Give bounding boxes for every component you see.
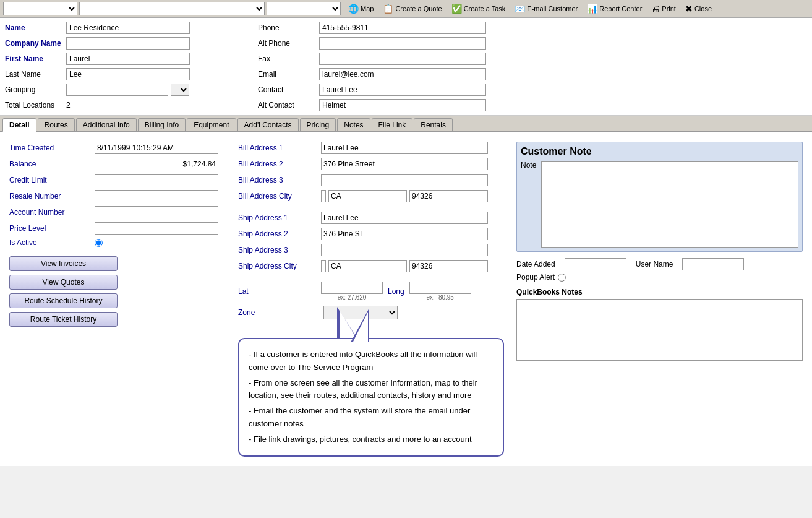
ship-city-label: Ship Address City: [238, 262, 318, 270]
phone-row: Phone: [258, 21, 486, 35]
tab-addl-contacts[interactable]: Add'l Contacts: [237, 118, 299, 131]
email-row: Email: [258, 67, 486, 81]
right-panel: Customer Note Note Date Added User Name …: [516, 142, 803, 457]
bill-address3-input[interactable]: [321, 174, 488, 186]
view-quotes-button[interactable]: View Quotes: [9, 275, 118, 290]
altphone-label: Alt Phone: [258, 39, 317, 48]
ship-address2-input[interactable]: [321, 228, 488, 240]
grouping-dropdown[interactable]: [171, 84, 189, 96]
ship-address1-input[interactable]: [321, 212, 488, 224]
time-created-label: Time Created: [9, 144, 90, 152]
date-added-input[interactable]: [565, 258, 626, 270]
map-icon: 🌐: [348, 4, 359, 14]
popup-alert-row: Popup Alert: [516, 273, 803, 282]
company-input[interactable]: [66, 37, 190, 50]
popup-alert-radio[interactable]: [558, 274, 566, 282]
callout-box: - If a customer is entered into QuickBoo…: [238, 338, 504, 457]
lat-input[interactable]: [321, 282, 383, 294]
create-task-button[interactable]: ✅ Create a Task: [448, 2, 510, 15]
qb-notes-textarea[interactable]: [516, 299, 803, 361]
credit-limit-input[interactable]: [95, 174, 218, 186]
bill-zip-input[interactable]: [409, 190, 488, 202]
tab-notes[interactable]: Notes: [337, 118, 370, 131]
tab-rentals[interactable]: Rentals: [414, 118, 453, 131]
note-meta: Date Added User Name: [516, 258, 803, 270]
callout-line-3: - Email the customer and the system will…: [249, 405, 494, 431]
lastname-row: Last Name: [5, 67, 190, 81]
is-active-label: Is Active: [9, 238, 90, 247]
dropdown-3[interactable]: [267, 2, 341, 15]
email-icon: 📧: [515, 4, 525, 14]
bill-state-input[interactable]: [328, 190, 407, 202]
altphone-input[interactable]: [319, 37, 486, 50]
email-customer-button[interactable]: 📧 E-mail Customer: [511, 2, 581, 15]
callout-line-1: - If a customer is entered into QuickBoo…: [249, 348, 494, 374]
note-area: Note: [521, 161, 798, 248]
phone-input[interactable]: [319, 22, 486, 34]
tab-equipment[interactable]: Equipment: [187, 118, 236, 131]
middle-panel: Bill Address 1 Bill Address 2 Bill Addre…: [238, 142, 504, 457]
lastname-input[interactable]: [66, 68, 190, 80]
resale-number-input[interactable]: [95, 190, 218, 202]
grouping-input[interactable]: [66, 84, 168, 96]
customer-note-title: Customer Note: [521, 146, 798, 157]
bill-city-input[interactable]: [321, 190, 326, 202]
latlong-row: ex: 27.620 Long ex: -80.95: [321, 282, 488, 301]
tab-file-link[interactable]: File Link: [372, 118, 413, 131]
tab-billing-info[interactable]: Billing Info: [138, 118, 186, 131]
ship-zip-input[interactable]: [409, 260, 488, 272]
bill-address3-label: Bill Address 3: [238, 176, 318, 184]
report-center-button[interactable]: 📊 Report Center: [583, 2, 646, 15]
ship-city-input[interactable]: [321, 260, 326, 272]
task-icon: ✅: [451, 4, 462, 14]
ship-state-input[interactable]: [328, 260, 407, 272]
bill-address1-input[interactable]: [321, 142, 488, 154]
tab-routes[interactable]: Routes: [38, 118, 75, 131]
bill-address-form: Bill Address 1 Bill Address 2 Bill Addre…: [238, 142, 504, 202]
balance-label: Balance: [9, 160, 90, 168]
altcontact-input[interactable]: [319, 99, 486, 111]
long-label: Long: [388, 287, 404, 296]
bill-address2-label: Bill Address 2: [238, 160, 318, 168]
name-row: Name: [5, 21, 190, 35]
account-number-input[interactable]: [95, 206, 218, 218]
time-created-input[interactable]: [95, 142, 218, 154]
credit-limit-label: Credit Limit: [9, 176, 90, 184]
header-form: Name Company Name First Name Last Name G…: [0, 18, 812, 116]
close-button[interactable]: ✖ Close: [682, 2, 716, 15]
name-input[interactable]: [66, 22, 190, 34]
firstname-input[interactable]: [66, 53, 190, 65]
create-quote-button[interactable]: 📋 Create a Quote: [379, 2, 445, 15]
lastname-label: Last Name: [5, 70, 64, 79]
zone-row: Zone: [238, 306, 504, 319]
tab-additional-info[interactable]: Additional Info: [76, 118, 137, 131]
bill-address2-input[interactable]: [321, 158, 488, 170]
user-name-input[interactable]: [682, 258, 744, 270]
email-input[interactable]: [319, 68, 486, 80]
contact-input[interactable]: [319, 84, 486, 96]
latlong-form: Lat ex: 27.620 Long ex: -80.95: [238, 282, 504, 301]
ship-address-form: Ship Address 1 Ship Address 2 Ship Addre…: [238, 212, 504, 272]
price-level-input[interactable]: [95, 222, 218, 235]
dropdown-2[interactable]: [79, 2, 265, 15]
map-button[interactable]: 🌐 Map: [344, 2, 377, 15]
tab-detail[interactable]: Detail: [2, 118, 36, 132]
grouping-label: Grouping: [5, 85, 64, 94]
lat-hint: ex: 27.620: [338, 294, 367, 301]
balance-input[interactable]: [95, 158, 218, 170]
is-active-radio-input[interactable]: [95, 239, 103, 247]
ship-address2-label: Ship Address 2: [238, 230, 318, 238]
customer-note-box: Customer Note Note: [516, 142, 803, 252]
dropdown-1[interactable]: [3, 2, 77, 15]
print-button[interactable]: 🖨 Print: [647, 2, 680, 15]
view-invoices-button[interactable]: View Invoices: [9, 256, 118, 271]
ship-address3-input[interactable]: [321, 244, 488, 256]
long-input[interactable]: [409, 282, 471, 294]
tab-pricing[interactable]: Pricing: [300, 118, 336, 131]
route-schedule-button[interactable]: Route Schedule History: [9, 293, 118, 308]
note-textarea[interactable]: [541, 161, 798, 248]
ship-address3-label: Ship Address 3: [238, 246, 318, 254]
fax-input[interactable]: [319, 53, 486, 65]
firstname-label: First Name: [5, 54, 64, 63]
route-ticket-button[interactable]: Route Ticket History: [9, 312, 118, 327]
